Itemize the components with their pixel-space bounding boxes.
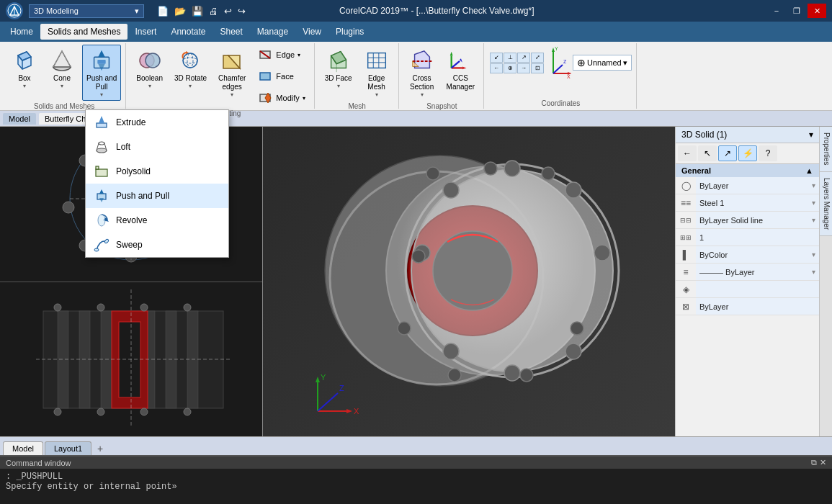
- svg-rect-96: [119, 322, 140, 397]
- app-title: CorelCAD 2019™ - [...\Butterfly Check Va…: [339, 6, 534, 16]
- coord-btn-6[interactable]: ⊕: [504, 63, 516, 73]
- menu-insert[interactable]: Insert: [128, 24, 164, 40]
- edge-mesh-label: EdgeMesh: [367, 74, 385, 91]
- svg-text:X: X: [354, 407, 359, 415]
- dd-loft[interactable]: Loft: [86, 135, 228, 159]
- undo-btn[interactable]: ↩: [223, 4, 233, 18]
- dd-sweep[interactable]: Sweep: [86, 233, 228, 257]
- cross-section-tool[interactable]: CrossSection ▾: [405, 45, 439, 101]
- cone-tool[interactable]: Cone ▾: [45, 45, 79, 92]
- svg-point-129: [571, 322, 583, 335]
- lineweight-value[interactable]: ByColor ▾: [696, 246, 819, 263]
- redo-btn[interactable]: ↪: [236, 4, 247, 18]
- ccs-axes-icon: Y X Z: [550, 45, 571, 81]
- menu-view[interactable]: View: [295, 24, 328, 40]
- ccs-manager-icon: [447, 48, 473, 73]
- edge-tool[interactable]: Edge ▾: [253, 45, 309, 65]
- svg-rect-62: [96, 169, 107, 176]
- app-icon: [6, 2, 23, 19]
- revolve-label: Revolve: [116, 215, 147, 225]
- svg-point-118: [504, 365, 520, 381]
- coord-btn-8[interactable]: ⊡: [531, 63, 544, 73]
- menu-sheet[interactable]: Sheet: [213, 24, 249, 40]
- material-value[interactable]: ByLayer: [696, 298, 819, 315]
- menu-solids[interactable]: Solids and Meshes: [40, 24, 128, 40]
- add-tab-btn[interactable]: +: [93, 442, 107, 455]
- print-btn[interactable]: 🖨: [207, 4, 220, 18]
- dd-polysolid[interactable]: Polysolid: [86, 159, 228, 184]
- open-btn[interactable]: 📂: [173, 4, 187, 18]
- new-btn[interactable]: 📄: [156, 4, 170, 18]
- cmd-line-2: Specify entity or internal point»: [6, 482, 826, 492]
- doc-tab-model[interactable]: Model: [3, 113, 36, 125]
- cross-section-arrow: ▾: [421, 91, 424, 98]
- dd-push-and-pull[interactable]: Push and Pull: [86, 184, 228, 208]
- push-pull-tool[interactable]: Push andPull ▾: [82, 45, 121, 101]
- close-btn[interactable]: ✕: [808, 4, 826, 18]
- minimize-btn[interactable]: −: [767, 4, 786, 18]
- coord-btn-4[interactable]: ⤢: [531, 53, 544, 63]
- ccs-dropdown[interactable]: ⊕ Unnamed ▾: [573, 55, 632, 71]
- coord-btn-2[interactable]: ⊥: [504, 53, 516, 63]
- cmd-close-btn[interactable]: ✕: [820, 458, 826, 467]
- svg-point-80: [63, 202, 74, 213]
- dd-extrude[interactable]: Extrude: [86, 110, 228, 135]
- btab-layout1[interactable]: Layout1: [45, 441, 91, 455]
- ccs-manager-tool[interactable]: CCSManager: [442, 45, 479, 94]
- boolean-arrow: ▾: [148, 83, 151, 89]
- viewport-main-3d[interactable]: X Y Z: [263, 127, 675, 436]
- side-tab-layers[interactable]: Layers Manager: [820, 172, 832, 236]
- hyperlink-value[interactable]: [696, 281, 819, 297]
- ribbon-group-solids: Box ▾ Cone ▾: [3, 43, 126, 109]
- linetype-icon: ⊟⊟: [676, 217, 696, 224]
- svg-point-97: [54, 304, 61, 311]
- chamfer-tool[interactable]: Chamferedges ▾: [214, 45, 250, 101]
- side-tab-properties[interactable]: Properties: [820, 127, 832, 172]
- props-collapse[interactable]: ▾: [809, 130, 813, 140]
- coord-btn-7[interactable]: →: [517, 63, 530, 73]
- props-back-btn[interactable]: ←: [678, 145, 697, 161]
- maximize-btn[interactable]: ❐: [787, 4, 806, 18]
- edge-mesh-tool[interactable]: EdgeMesh ▾: [359, 45, 394, 101]
- material-icon: ⊠: [676, 302, 696, 312]
- cross-section-label: CrossSection: [410, 74, 434, 91]
- menu-annotate[interactable]: Annotate: [164, 24, 213, 40]
- cmd-restore-btn[interactable]: ⧉: [811, 458, 817, 467]
- ccs-manager-label: CCSManager: [447, 74, 475, 91]
- model-dropdown[interactable]: 3D Modeling ▾: [29, 4, 144, 18]
- viewport-bottom-left[interactable]: [0, 282, 262, 437]
- 3d-rotate-tool[interactable]: 3D Rotate ▾: [170, 45, 211, 92]
- coord-btn-1[interactable]: ↙: [490, 53, 503, 63]
- extrude-icon: [93, 114, 110, 131]
- menu-plugins[interactable]: Plugins: [328, 24, 371, 40]
- box-tool[interactable]: Box ▾: [7, 45, 42, 92]
- 3d-face-tool[interactable]: 3D Face ▾: [321, 45, 357, 92]
- props-help-btn[interactable]: ?: [759, 145, 777, 161]
- print-style-value[interactable]: ——— ByLayer ▾: [696, 264, 819, 280]
- btab-model[interactable]: Model: [3, 441, 43, 455]
- svg-point-17: [146, 53, 160, 68]
- menu-manage[interactable]: Manage: [250, 24, 295, 40]
- menu-home[interactable]: Home: [3, 24, 40, 40]
- hyperlink-icon: ◈: [676, 284, 696, 294]
- section-collapse[interactable]: ▲: [805, 166, 813, 175]
- window-controls: − ❐ ✕: [767, 4, 826, 18]
- side-tabs: Properties Layers Manager: [819, 127, 832, 436]
- layer-value[interactable]: Steel 1 ▾: [696, 194, 819, 211]
- svg-rect-94: [187, 311, 198, 408]
- coord-btn-5[interactable]: ←: [490, 63, 503, 73]
- save-btn[interactable]: 💾: [190, 4, 205, 18]
- cmd-title-bar: Command window ⧉ ✕: [0, 456, 832, 469]
- dd-revolve[interactable]: Revolve: [86, 208, 228, 233]
- boolean-tool[interactable]: Boolean ▾: [132, 45, 167, 92]
- modify-tool[interactable]: Modify ▾: [253, 88, 309, 108]
- face-tool[interactable]: Face: [253, 66, 309, 86]
- props-filter-btn[interactable]: ↗: [718, 145, 737, 161]
- linetype-value[interactable]: ByLayer Solid line ▾: [696, 212, 819, 228]
- scale-value[interactable]: 1: [696, 229, 819, 246]
- props-lightning-btn[interactable]: ⚡: [738, 145, 757, 161]
- coord-btn-3[interactable]: ↗: [517, 53, 530, 63]
- color-value[interactable]: ByLayer ▾: [696, 177, 819, 194]
- push-pull-label: Push andPull: [86, 74, 117, 91]
- props-select-btn[interactable]: ↖: [698, 145, 717, 161]
